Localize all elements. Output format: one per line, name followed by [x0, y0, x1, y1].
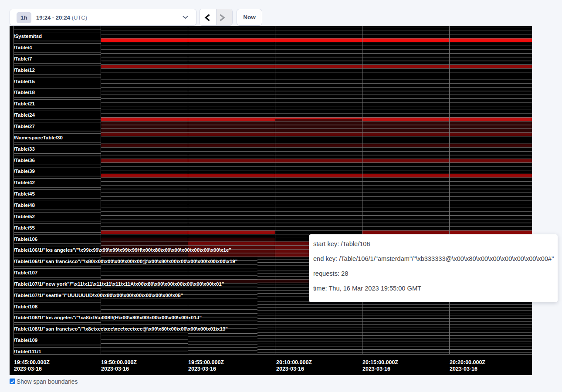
svg-text:/Table/45: /Table/45 [14, 191, 35, 196]
svg-text:/Table/108: /Table/108 [14, 304, 38, 309]
svg-text:/Table/33: /Table/33 [14, 146, 35, 152]
svg-text:/Table/106: /Table/106 [14, 237, 38, 242]
svg-text:/Table/109: /Table/109 [14, 338, 38, 343]
svg-text:2023-03-16: 2023-03-16 [101, 366, 129, 372]
svg-text:/Table/24: /Table/24 [14, 112, 35, 118]
svg-text:/Table/106/1/"los angeles"/"\x: /Table/106/1/"los angeles"/"\x99\x99\x99… [14, 247, 231, 253]
svg-text:20:10:00.000Z: 20:10:00.000Z [276, 359, 312, 365]
svg-text:/Table/15: /Table/15 [14, 79, 35, 84]
svg-text:/Table/55: /Table/55 [14, 225, 35, 230]
svg-text:19:50:00.000Z: 19:50:00.000Z [101, 359, 137, 365]
svg-text:2023-03-16: 2023-03-16 [450, 366, 477, 372]
svg-text:/Table/111/1: /Table/111/1 [14, 349, 42, 354]
svg-text:/Table/27: /Table/27 [14, 124, 35, 129]
svg-text:20:15:00.000Z: 20:15:00.000Z [362, 359, 398, 365]
svg-text:/Table/52: /Table/52 [14, 214, 35, 219]
svg-text:/Table/108/1/"san francisco"/": /Table/108/1/"san francisco"/"\x8c\xcc\x… [14, 326, 228, 331]
svg-text:/System/tsd: /System/tsd [14, 34, 42, 39]
svg-text:/Table/107/1/"new york"/"\x11\: /Table/107/1/"new york"/"\x11\x11\x11\x1… [14, 281, 224, 287]
svg-text:/Table/7: /Table/7 [14, 56, 32, 61]
svg-text:20:20:00.000Z: 20:20:00.000Z [450, 359, 485, 365]
svg-text:/Table/42: /Table/42 [14, 180, 35, 185]
svg-text:/Table/12: /Table/12 [14, 68, 35, 73]
svg-text:2023-03-16: 2023-03-16 [362, 366, 390, 372]
svg-text:/Table/107/1/"seattle"/"UUUUUU: /Table/107/1/"seattle"/"UUUUUUD\x00\x80\… [14, 293, 183, 298]
svg-text:/Table/108/1/"los angeles"/"\x: /Table/108/1/"los angeles"/"\xa8\xf5\u00… [14, 315, 202, 320]
svg-text:/Table/36: /Table/36 [14, 158, 35, 163]
svg-text:2023-03-16: 2023-03-16 [14, 366, 42, 372]
svg-text:/Table/107: /Table/107 [14, 270, 38, 275]
svg-text:/Table/39: /Table/39 [14, 169, 35, 174]
svg-text:2023-03-16: 2023-03-16 [276, 366, 304, 372]
svg-text:/Table/18: /Table/18 [14, 90, 35, 95]
svg-text:19:55:00.000Z: 19:55:00.000Z [188, 359, 224, 365]
svg-text:19:45:00.000Z: 19:45:00.000Z [14, 359, 50, 365]
svg-text:/NamespaceTable/30: /NamespaceTable/30 [14, 135, 63, 140]
svg-text:/Table/21: /Table/21 [14, 101, 35, 106]
svg-text:/Table/48: /Table/48 [14, 203, 35, 208]
svg-text:/Table/106/1/"san francisco"/": /Table/106/1/"san francisco"/"\x80\x00\x… [14, 259, 238, 264]
svg-text:/Table/4: /Table/4 [14, 45, 33, 50]
svg-text:2023-03-16: 2023-03-16 [188, 366, 216, 372]
